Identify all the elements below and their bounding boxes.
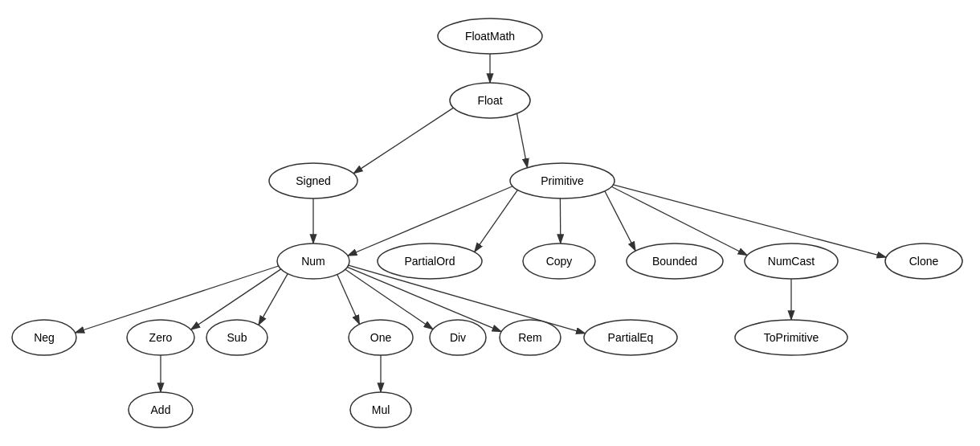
node-PartialEq: PartialEq	[584, 320, 677, 355]
label-Float: Float	[477, 94, 502, 107]
label-PartialOrd: PartialOrd	[404, 255, 455, 268]
node-ToPrimitive: ToPrimitive	[735, 320, 847, 355]
label-Neg: Neg	[34, 331, 55, 344]
label-PartialEq: PartialEq	[608, 331, 654, 344]
label-Rem: Rem	[518, 331, 542, 344]
node-NumCast: NumCast	[745, 243, 838, 279]
edge-Primitive-Bounded	[605, 191, 635, 251]
edge-Float-Primitive	[517, 113, 527, 167]
label-Zero: Zero	[149, 331, 173, 344]
node-Mul: Mul	[350, 392, 411, 428]
node-Rem: Rem	[500, 320, 561, 355]
node-Float: Float	[450, 83, 530, 118]
diagram-svg: FloatMathFloatSignedPrimitiveNumPartialO…	[0, 0, 980, 446]
label-Signed: Signed	[296, 174, 331, 187]
node-Primitive: Primitive	[510, 163, 615, 198]
node-Div: Div	[430, 320, 486, 355]
edge-Float-Signed	[353, 108, 453, 174]
label-FloatMath: FloatMath	[465, 30, 515, 43]
node-Copy: Copy	[523, 243, 595, 279]
label-One: One	[370, 331, 392, 344]
label-Clone: Clone	[909, 255, 939, 268]
label-Add: Add	[151, 403, 171, 416]
node-Clone: Clone	[885, 243, 962, 279]
edge-Num-One	[337, 274, 360, 324]
label-Bounded: Bounded	[652, 255, 697, 268]
node-One: One	[349, 320, 413, 355]
node-Sub: Sub	[206, 320, 267, 355]
node-Signed: Signed	[269, 163, 357, 198]
label-Mul: Mul	[372, 403, 390, 416]
label-ToPrimitive: ToPrimitive	[764, 331, 819, 344]
node-PartialOrd: PartialOrd	[378, 243, 482, 279]
label-Copy: Copy	[546, 255, 573, 268]
label-NumCast: NumCast	[768, 255, 815, 268]
node-Num: Num	[277, 243, 349, 279]
label-Primitive: Primitive	[541, 174, 584, 187]
nodes-layer: FloatMathFloatSignedPrimitiveNumPartialO…	[12, 18, 962, 428]
label-Sub: Sub	[227, 331, 247, 344]
node-FloatMath: FloatMath	[438, 18, 542, 54]
node-Add: Add	[129, 392, 193, 428]
node-Bounded: Bounded	[627, 243, 723, 279]
node-Zero: Zero	[127, 320, 194, 355]
node-Neg: Neg	[12, 320, 76, 355]
label-Div: Div	[450, 331, 466, 344]
label-Num: Num	[301, 255, 325, 268]
